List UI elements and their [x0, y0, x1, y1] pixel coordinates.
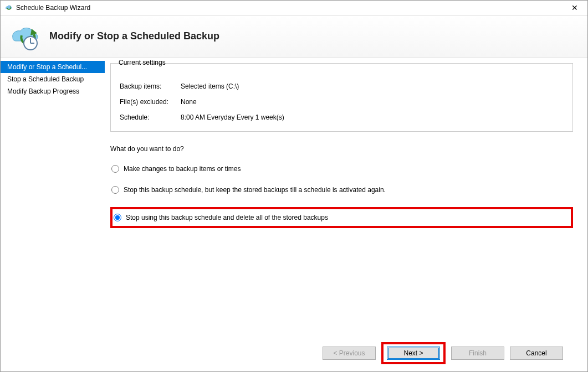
- radio-option-stop-keep[interactable]: Stop this backup schedule, but keep the …: [110, 186, 573, 194]
- setting-value: None: [181, 98, 564, 106]
- window-title: Schedule Backup Wizard: [16, 4, 562, 12]
- radio-input-make-changes[interactable]: [111, 165, 119, 173]
- wizard-body: Modify or Stop a Schedul... Stop a Sched…: [1, 58, 587, 371]
- setting-label: Backup items:: [120, 82, 181, 90]
- radio-label: Make changes to backup items or times: [124, 165, 241, 173]
- radio-input-stop-keep[interactable]: [111, 186, 119, 194]
- cancel-button[interactable]: Cancel: [510, 347, 563, 360]
- backup-cloud-icon: [8, 21, 39, 52]
- radio-option-make-changes[interactable]: Make changes to backup items or times: [110, 165, 573, 173]
- titlebar: Schedule Backup Wizard ✕: [1, 1, 587, 16]
- sidebar-item-modify-progress[interactable]: Modify Backup Progress: [1, 85, 105, 97]
- radio-label: Stop using this backup schedule and dele…: [126, 214, 328, 221]
- sidebar-item-label: Stop a Scheduled Backup: [7, 75, 84, 83]
- finish-button: Finish: [451, 347, 504, 360]
- wizard-footer: < Previous Next > Finish Cancel: [110, 340, 573, 366]
- page-title: Modify or Stop a Scheduled Backup: [49, 30, 219, 42]
- wizard-main: Current settings Backup items: Selected …: [105, 58, 587, 371]
- setting-row-backup-items: Backup items: Selected items (C:\): [120, 82, 564, 90]
- close-button[interactable]: ✕: [562, 1, 587, 15]
- setting-label: Schedule:: [120, 113, 181, 121]
- previous-button: < Previous: [323, 347, 376, 360]
- prompt-text: What do you want to do?: [110, 145, 573, 153]
- radio-input-stop-delete[interactable]: [114, 214, 121, 221]
- radio-label: Stop this backup schedule, but keep the …: [124, 186, 386, 194]
- setting-value: Selected items (C:\): [181, 82, 564, 90]
- wizard-header: Modify or Stop a Scheduled Backup: [1, 16, 587, 58]
- next-button[interactable]: Next >: [387, 347, 440, 360]
- highlighted-option: Stop using this backup schedule and dele…: [110, 207, 573, 228]
- sidebar-item-modify-stop[interactable]: Modify or Stop a Schedul...: [1, 61, 105, 73]
- wizard-window: Schedule Backup Wizard ✕ Modify or Stop …: [0, 0, 588, 372]
- setting-value: 8:00 AM Everyday Every 1 week(s): [181, 113, 564, 121]
- setting-row-files-excluded: File(s) excluded: None: [120, 98, 564, 106]
- sidebar-item-label: Modify Backup Progress: [7, 87, 79, 95]
- highlighted-next: Next >: [381, 342, 446, 364]
- sidebar-item-stop-scheduled[interactable]: Stop a Scheduled Backup: [1, 73, 105, 85]
- setting-label: File(s) excluded:: [120, 98, 181, 106]
- setting-row-schedule: Schedule: 8:00 AM Everyday Every 1 week(…: [120, 113, 564, 121]
- sidebar-item-label: Modify or Stop a Schedul...: [7, 63, 87, 71]
- radio-option-stop-delete[interactable]: Stop using this backup schedule and dele…: [113, 214, 328, 221]
- wizard-steps-sidebar: Modify or Stop a Schedul... Stop a Sched…: [1, 58, 105, 371]
- current-settings-legend: Current settings: [119, 59, 166, 66]
- app-icon: [4, 3, 13, 12]
- current-settings-group: Current settings Backup items: Selected …: [110, 63, 573, 132]
